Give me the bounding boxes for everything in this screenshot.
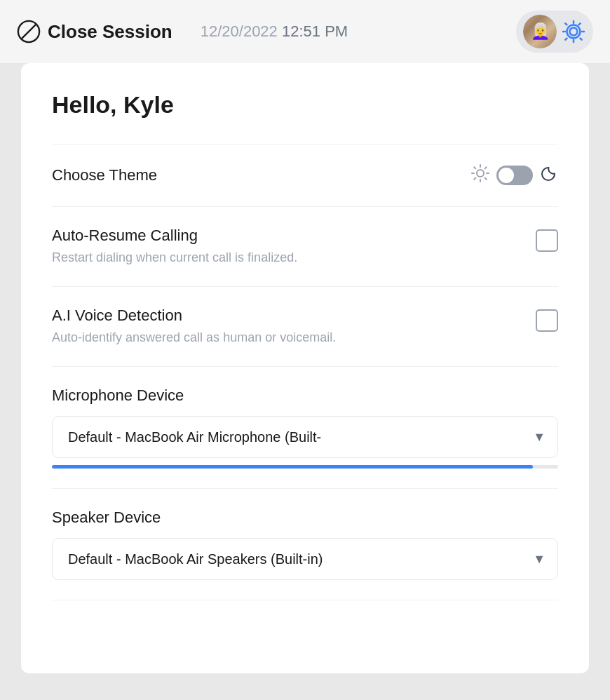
microphone-select[interactable]: Default - MacBook Air Microphone (Built- (52, 416, 558, 458)
ai-voice-checkbox[interactable] (536, 309, 558, 332)
theme-toggle-switch[interactable] (496, 166, 533, 185)
svg-line-9 (485, 178, 487, 180)
speaker-label: Speaker Device (52, 509, 558, 527)
close-session-label: Close Session (48, 21, 172, 43)
moon-icon (540, 164, 558, 187)
toggle-knob (499, 168, 514, 183)
datetime: 12/20/2022 12:51 PM (201, 22, 348, 41)
avatar-image: 👩‍🦳 (523, 15, 557, 48)
auto-resume-checkbox[interactable] (536, 229, 558, 252)
greeting: Hello, Kyle (52, 91, 558, 119)
close-session-button[interactable]: Close Session (17, 20, 172, 43)
microphone-level-bar (52, 465, 558, 469)
avatar: 👩‍🦳 (523, 15, 557, 48)
microphone-label: Microphone Device (52, 386, 558, 405)
top-bar: Close Session 12/20/2022 12:51 PM 👩‍🦳 (0, 0, 610, 63)
gear-icon[interactable] (561, 19, 586, 44)
svg-line-11 (474, 178, 475, 180)
speaker-select-wrapper: Default - MacBook Air Speakers (Built-in… (52, 538, 558, 580)
sun-icon (471, 164, 489, 187)
main-panel: Hello, Kyle Choose Theme (21, 63, 589, 673)
theme-row: Choose Theme (52, 144, 558, 207)
ai-voice-label: A.I Voice Detection (52, 307, 336, 325)
svg-line-1 (22, 25, 36, 39)
speaker-select[interactable]: Default - MacBook Air Speakers (Built-in… (52, 538, 558, 580)
svg-point-3 (477, 170, 484, 177)
speaker-section: Speaker Device Default - MacBook Air Spe… (52, 489, 558, 600)
microphone-section: Microphone Device Default - MacBook Air … (52, 367, 558, 489)
microphone-select-wrapper: Default - MacBook Air Microphone (Built-… (52, 416, 558, 458)
time: 12:51 PM (282, 22, 348, 40)
theme-toggle[interactable] (471, 164, 558, 187)
ai-voice-row: A.I Voice Detection Auto-identify answer… (52, 287, 558, 367)
microphone-level-fill (52, 465, 533, 469)
svg-point-2 (570, 28, 578, 36)
theme-label: Choose Theme (52, 166, 157, 184)
auto-resume-text: Auto-Resume Calling Restart dialing when… (52, 227, 297, 267)
ai-voice-text: A.I Voice Detection Auto-identify answer… (52, 307, 336, 346)
svg-line-10 (485, 167, 487, 168)
close-session-icon (17, 20, 41, 43)
auto-resume-label: Auto-Resume Calling (52, 227, 297, 245)
ai-voice-sublabel: Auto-identify answered call as human or … (52, 329, 336, 346)
date: 12/20/2022 (201, 22, 278, 40)
auto-resume-row: Auto-Resume Calling Restart dialing when… (52, 207, 558, 287)
svg-line-8 (474, 167, 475, 168)
user-menu[interactable]: 👩‍🦳 (516, 11, 593, 53)
auto-resume-sublabel: Restart dialing when current call is fin… (52, 249, 297, 267)
settings-section: Choose Theme (52, 144, 558, 600)
